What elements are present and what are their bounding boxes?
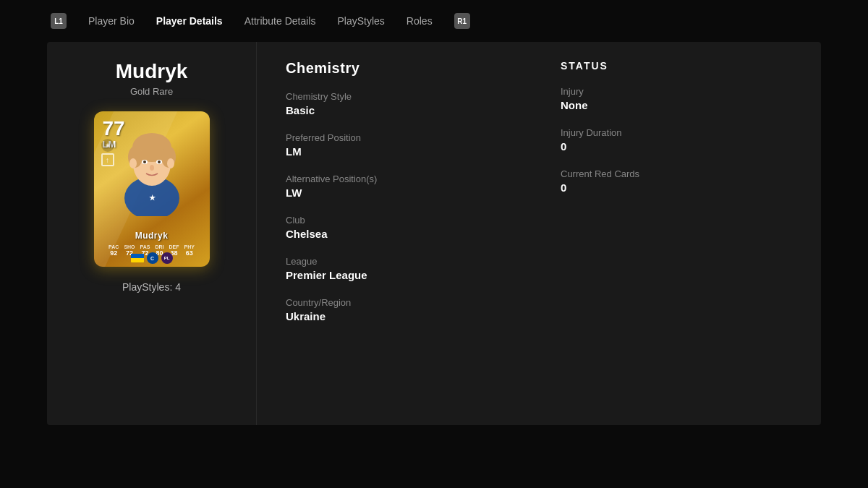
ukraine-flag-icon <box>131 254 144 262</box>
card-flags: C PL <box>131 252 173 265</box>
chemistry-column: Chemistry Chemistry Style Basic Preferre… <box>286 60 517 407</box>
status-column: STATUS Injury None Injury Duration 0 Cur… <box>561 60 792 407</box>
red-cards-group: Current Red Cards 0 <box>561 168 792 194</box>
chelsea-badge-icon: C <box>147 252 158 264</box>
svg-point-9 <box>158 160 161 163</box>
alt-position-value: LW <box>286 187 517 199</box>
svg-point-11 <box>129 158 137 168</box>
red-cards-label: Current Red Cards <box>561 168 792 179</box>
main-content: Mudryk Gold Rare 77 LM ★ ↑ <box>47 42 821 425</box>
club-group: Club Chelsea <box>286 215 517 240</box>
nav-item-playstyles[interactable]: PlayStyles <box>337 15 384 27</box>
svg-point-10 <box>150 165 154 171</box>
card-player-name: Mudryk <box>135 231 169 241</box>
alt-position-label: Alternative Position(s) <box>286 174 517 184</box>
country-value: Ukraine <box>286 310 517 322</box>
svg-point-8 <box>143 160 146 163</box>
player-type: Gold Rare <box>130 86 173 97</box>
country-group: Country/Region Ukraine <box>286 297 517 322</box>
injury-duration-label: Injury Duration <box>561 127 792 138</box>
club-value: Chelsea <box>286 228 517 240</box>
stat-pac: PAC 92 <box>109 244 119 257</box>
chemistry-style-group: Chemistry Style Basic <box>286 91 517 116</box>
preferred-position-group: Preferred Position LM <box>286 132 517 158</box>
fifa-card: 77 LM ★ ↑ <box>94 111 210 267</box>
league-label: League <box>286 256 517 267</box>
chemistry-style-label: Chemistry Style <box>286 91 517 102</box>
nav-item-attribute-details[interactable]: Attribute Details <box>244 15 316 27</box>
player-image-area: ★ <box>105 122 199 216</box>
top-navigation: L1 Player Bio Player Details Attribute D… <box>0 0 868 42</box>
alt-position-group: Alternative Position(s) LW <box>286 174 517 199</box>
chemistry-style-value: Basic <box>286 104 517 116</box>
l1-badge: L1 <box>51 13 67 29</box>
injury-label: Injury <box>561 86 792 97</box>
status-title: STATUS <box>561 60 792 72</box>
nav-item-roles[interactable]: Roles <box>407 15 433 27</box>
nav-item-player-details[interactable]: Player Details <box>156 15 223 27</box>
injury-duration-value: 0 <box>561 140 792 153</box>
svg-text:★: ★ <box>148 194 156 202</box>
injury-value: None <box>561 99 792 111</box>
chemistry-title: Chemistry <box>286 60 517 77</box>
svg-point-12 <box>167 158 174 168</box>
league-value: Premier League <box>286 269 517 281</box>
red-cards-value: 0 <box>561 181 792 194</box>
injury-group: Injury None <box>561 86 792 111</box>
playstyles-label: PlayStyles: 4 <box>122 281 181 293</box>
country-label: Country/Region <box>286 297 517 308</box>
preferred-position-value: LM <box>286 145 517 158</box>
club-label: Club <box>286 215 517 226</box>
nav-item-player-bio[interactable]: Player Bio <box>88 15 135 27</box>
player-svg: ★ <box>105 122 199 216</box>
r1-badge: R1 <box>454 13 470 29</box>
right-panel: Chemistry Chemistry Style Basic Preferre… <box>257 42 821 425</box>
player-name: Mudryk <box>116 60 188 83</box>
league-group: League Premier League <box>286 256 517 281</box>
preferred-position-label: Preferred Position <box>286 132 517 143</box>
injury-duration-group: Injury Duration 0 <box>561 127 792 153</box>
left-panel: Mudryk Gold Rare 77 LM ★ ↑ <box>47 42 257 425</box>
stat-phy: PHY 63 <box>184 244 194 257</box>
premier-league-badge-icon: PL <box>161 252 173 264</box>
